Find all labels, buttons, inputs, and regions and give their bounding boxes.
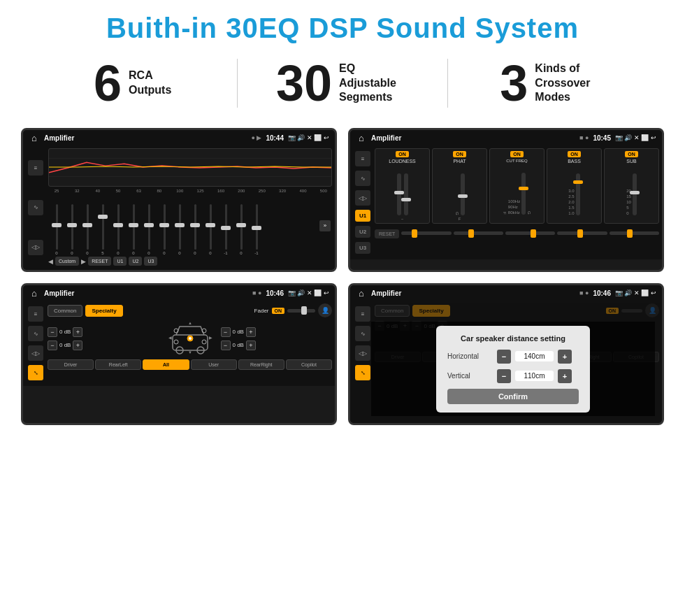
amp-sidebar-wave-btn[interactable]: ∿ [355, 171, 370, 186]
cross-lv1-plus[interactable]: + [73, 327, 82, 337]
eq-slider-1[interactable]: 0 [65, 204, 79, 255]
eq-reset-btn[interactable]: RESET [88, 257, 111, 266]
bass-slider[interactable] [576, 173, 580, 215]
dist-horizontal-plus[interactable]: + [558, 350, 572, 364]
amp-bottom-slider-3[interactable] [505, 231, 555, 235]
eq-sidebar: ≡ ∿ ◁▷ [26, 148, 45, 267]
eq-u2-btn[interactable]: U2 [129, 257, 142, 266]
eq-sidebar-wave-btn[interactable]: ∿ [28, 200, 43, 215]
cross-person-icon[interactable]: 👤 [318, 303, 332, 317]
loudness-slider-1[interactable] [397, 173, 401, 215]
cross-fader-label: Fader [254, 308, 269, 314]
amp-sidebar-eq-btn[interactable]: ≡ [355, 151, 370, 166]
cross-lv2-plus[interactable]: + [73, 341, 82, 350]
svg-text:▼: ▼ [188, 350, 192, 354]
dist-screen-title: Amplifier [371, 289, 575, 297]
eq-more-btn[interactable]: » [319, 220, 331, 231]
eq-back-btn[interactable]: ◀ [48, 258, 53, 265]
dist-horizontal-minus[interactable]: − [497, 350, 511, 364]
cross-btn-copilot[interactable]: Copilot [286, 359, 332, 370]
cross-sidebar-vol[interactable]: ◁▷ [28, 345, 43, 361]
phat-on-badge[interactable]: ON [453, 151, 466, 157]
eq-slider-6[interactable]: 0 [142, 204, 156, 255]
home-icon[interactable]: ⌂ [29, 132, 40, 143]
amp-reset-btn[interactable]: RESET [375, 229, 399, 238]
eq-sidebar-vol-btn[interactable]: ◁▷ [28, 240, 43, 255]
cross-btn-all[interactable]: All [143, 359, 189, 370]
dist-sidebar-wave[interactable]: ∿ [355, 326, 370, 341]
cutfreq-on-badge[interactable]: ON [510, 151, 524, 157]
eq-custom-btn[interactable]: Custom [55, 257, 79, 266]
amp-bottom-slider-4[interactable] [557, 231, 607, 235]
dist-confirm-button[interactable]: Confirm [447, 389, 579, 404]
cross-btn-user[interactable]: User [191, 359, 237, 370]
eq-slider-4[interactable]: 0 [111, 204, 125, 255]
dist-vertical-plus[interactable]: + [558, 369, 572, 383]
eq-slider-11[interactable]: -1 [219, 204, 233, 255]
eq-u3-btn[interactable]: U3 [144, 257, 157, 266]
cross-rv2-value: 0 dB [233, 342, 244, 348]
cross-right-vols: − 0 dB + − 0 dB + [221, 327, 333, 350]
eq-slider-13[interactable]: -1 [250, 204, 264, 255]
amp-bottom-slider-5[interactable] [610, 231, 659, 235]
bass-on-badge[interactable]: ON [568, 151, 581, 157]
amp-preset-u2[interactable]: U2 [355, 226, 370, 238]
cross-vol-diagram: − 0 dB + − 0 dB + [48, 321, 332, 356]
amp-home-icon[interactable]: ⌂ [356, 132, 367, 143]
dist-vertical-label: Vertical [447, 372, 493, 380]
amp-preset-u3[interactable]: U3 [355, 242, 370, 254]
eq-slider-9[interactable]: 0 [188, 204, 202, 255]
cross-sidebar-wave[interactable]: ∿ [28, 326, 43, 341]
eq-slider-8[interactable]: 0 [173, 204, 187, 255]
eq-slider-7[interactable]: 0 [157, 204, 171, 255]
cross-fader-slider[interactable] [287, 309, 315, 313]
eq-u1-btn[interactable]: U1 [113, 257, 127, 266]
dist-sidebar-eq[interactable]: ≡ [355, 306, 370, 322]
eq-play-btn[interactable]: ▶ [81, 258, 86, 265]
dist-home-icon[interactable]: ⌂ [356, 287, 367, 299]
amp-modules-row: ON LOUDNESS ~ [375, 148, 659, 224]
dist-sidebar-vol[interactable]: ◁▷ [355, 345, 370, 361]
svg-point-9 [202, 340, 206, 344]
amp-bottom-slider-2[interactable] [454, 231, 503, 235]
eq-slider-5[interactable]: 0 [127, 204, 140, 255]
eq-sidebar-eq-btn[interactable]: ≡ [28, 160, 43, 176]
cross-lv2-minus[interactable]: − [48, 341, 57, 350]
amp-bottom-slider-1[interactable] [401, 231, 451, 235]
loudness-on-badge[interactable]: ON [396, 151, 409, 157]
amp-preset-u1[interactable]: U1 [355, 210, 370, 222]
sub-slider[interactable] [633, 173, 637, 215]
eq-slider-0[interactable]: 0 [50, 204, 64, 255]
cross-tab-specialty[interactable]: Specialty [85, 305, 122, 317]
cutfreq-slider[interactable] [521, 173, 526, 215]
eq-slider-3[interactable]: 5 [96, 204, 110, 255]
dist-horizontal-label: Horizontal [447, 352, 493, 360]
eq-slider-10[interactable]: 0 [203, 204, 217, 255]
cross-btn-driver[interactable]: Driver [48, 359, 94, 370]
dist-sidebar-expand[interactable]: ⤡ [355, 365, 370, 380]
cross-btn-rearleft[interactable]: RearLeft [95, 359, 141, 370]
eq-slider-12[interactable]: 0 [234, 204, 248, 255]
cross-lv1-minus[interactable]: − [48, 327, 57, 337]
eq-slider-2[interactable]: 0 [80, 204, 94, 255]
dist-content: ≡ ∿ ◁▷ ⤡ Common Specialty ON 👤 − 0 dB + [350, 301, 662, 423]
amp-status-icons: 📷 🔊 ✕ ⬜ ↩ [615, 134, 656, 141]
dist-vertical-minus[interactable]: − [497, 369, 511, 383]
cross-on-badge[interactable]: ON [272, 308, 285, 314]
cross-sidebar-eq[interactable]: ≡ [28, 306, 43, 322]
cross-rv1-plus[interactable]: + [246, 327, 256, 337]
cross-rv2-minus[interactable]: − [221, 341, 231, 350]
cross-rv1-minus[interactable]: − [221, 327, 231, 337]
amp-loudness-module: ON LOUDNESS ~ [375, 148, 430, 224]
amp-sidebar-vol-btn[interactable]: ◁▷ [355, 190, 370, 206]
dist-horizontal-value: 140cm [515, 351, 554, 361]
loudness-slider-2[interactable] [404, 173, 408, 215]
cross-tab-common[interactable]: Common [48, 305, 82, 317]
cross-rv2-plus[interactable]: + [246, 341, 256, 350]
cross-btn-rearright[interactable]: RearRight [238, 359, 284, 370]
sub-on-badge[interactable]: ON [625, 151, 638, 157]
dist-horizontal-row: Horizontal − 140cm + [447, 350, 579, 364]
phat-slider[interactable] [461, 173, 465, 215]
cross-home-icon[interactable]: ⌂ [29, 287, 40, 299]
cross-sidebar-expand[interactable]: ⤡ [28, 365, 43, 380]
